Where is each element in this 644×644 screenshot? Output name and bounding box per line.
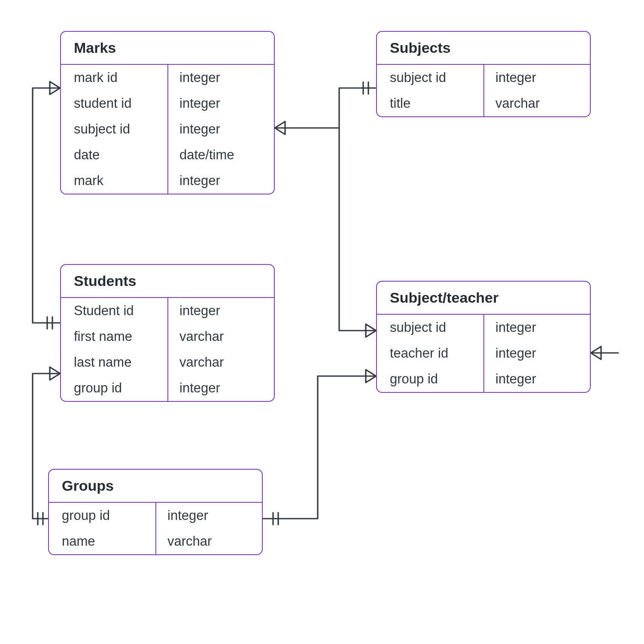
field-name: Student id (61, 298, 167, 324)
field-type: varchar (167, 324, 274, 349)
field-name: mark (61, 168, 167, 194)
field-name: title (377, 91, 483, 116)
field-type: varchar (483, 91, 590, 116)
entity-groups: Groups group id integer name varchar (48, 469, 263, 555)
field-type: integer (167, 375, 274, 401)
field-name: group id (61, 375, 167, 401)
entity-students: Students Student id integer first name v… (60, 264, 275, 402)
field-name: student id (61, 91, 167, 116)
field-type: integer (167, 168, 274, 194)
field-name: subject id (377, 65, 483, 91)
field-name: group id (377, 366, 483, 392)
rel-students-marks (33, 88, 60, 323)
field-type: varchar (155, 529, 262, 554)
rel-groups-subjteacher (263, 376, 376, 519)
field-type: integer (155, 503, 262, 529)
field-name: mark id (61, 65, 167, 91)
field-type: varchar (167, 349, 274, 375)
field-name: date (61, 142, 167, 168)
field-type: integer (167, 116, 274, 142)
field-type: integer (483, 340, 590, 366)
entity-marks: Marks mark id integer student id integer… (60, 31, 275, 194)
entity-subject-teacher-title: Subject/teacher (377, 282, 590, 315)
entity-subject-teacher: Subject/teacher subject id integer teach… (376, 281, 591, 393)
entity-groups-title: Groups (49, 470, 262, 503)
rel-subjects-marks (275, 88, 376, 128)
entity-marks-title: Marks (61, 32, 274, 65)
field-type: integer (483, 65, 590, 91)
field-name: subject id (377, 315, 483, 340)
field-type: date/time (167, 142, 274, 168)
field-name: teacher id (377, 340, 483, 366)
field-type: integer (483, 366, 590, 392)
field-name: name (49, 529, 155, 554)
field-type: integer (483, 315, 590, 340)
field-name: last name (61, 349, 167, 375)
field-name: first name (61, 324, 167, 349)
rel-subjects-subjteacher (339, 128, 376, 331)
field-type: integer (167, 298, 274, 324)
entity-subjects-title: Subjects (377, 32, 590, 65)
field-type: integer (167, 91, 274, 116)
field-name: group id (49, 503, 155, 529)
field-name: subject id (61, 116, 167, 142)
field-type: integer (167, 65, 274, 91)
entity-students-title: Students (61, 265, 274, 298)
entity-subjects: Subjects subject id integer title varcha… (376, 31, 591, 117)
